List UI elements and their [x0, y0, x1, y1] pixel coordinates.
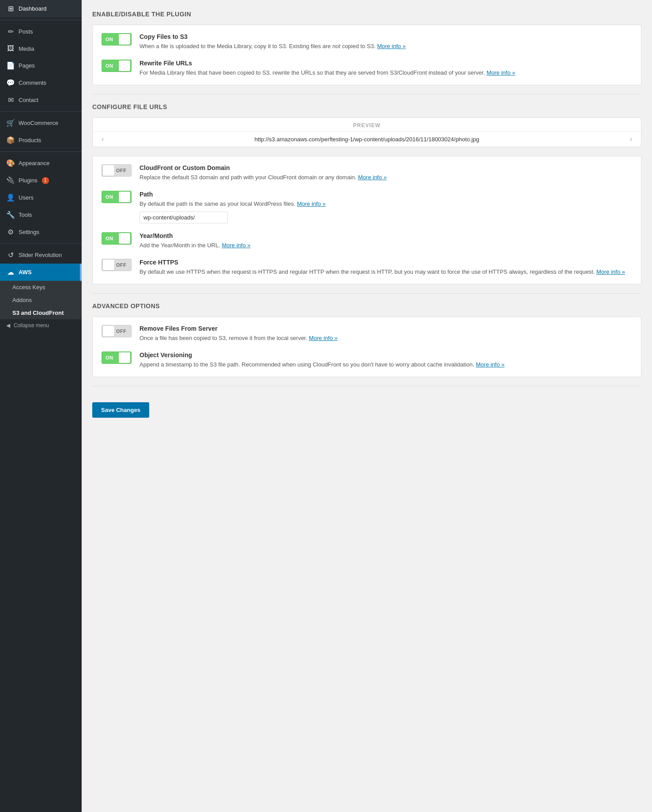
appearance-icon: 🎨	[6, 159, 15, 167]
plugins-badge: 1	[42, 177, 49, 184]
sidebar-item-aws[interactable]: ☁ AWS	[0, 264, 82, 281]
cloudfront-custom-domain-row: OFF CloudFront or Custom Domain Replace …	[102, 164, 632, 182]
preview-left-arrow[interactable]: ‹	[99, 135, 106, 143]
copy-files-s3-toggle-label: ON	[102, 37, 116, 42]
path-toggle-label: ON	[102, 194, 116, 200]
rewrite-file-urls-row: ON Rewrite File URLs For Media Library f…	[102, 60, 632, 77]
object-versioning-toggle[interactable]: ON	[102, 351, 132, 364]
remove-files-server-toggle[interactable]: OFF	[102, 325, 132, 337]
sidebar-item-label: Posts	[19, 28, 33, 35]
pages-icon: 📄	[6, 61, 15, 70]
enable-disable-section-title: ENABLE/DISABLE THE PLUGIN	[92, 11, 641, 18]
path-title: Path	[139, 191, 326, 198]
sidebar-item-pages[interactable]: 📄 Pages	[0, 57, 82, 74]
configure-options-card: OFF CloudFront or Custom Domain Replace …	[92, 156, 641, 284]
posts-icon: ✏	[6, 27, 15, 36]
s3-cloudfront-label: S3 and CloudFront	[12, 310, 64, 316]
preview-url: http://s3.amazonaws.com/perftesting-1/wp…	[106, 136, 627, 143]
force-https-knob	[103, 260, 114, 270]
path-knob	[119, 192, 130, 202]
sidebar-item-users[interactable]: 👤 Users	[0, 189, 82, 206]
enable-disable-card: ON Copy Files to S3 When a file is uploa…	[92, 25, 641, 85]
object-versioning-info: Object Versioning Append a timestamp to …	[139, 351, 505, 369]
advanced-options-card: OFF Remove Files From Server Once a file…	[92, 317, 641, 377]
sidebar-item-plugins[interactable]: 🔌 Plugins 1	[0, 172, 82, 189]
users-icon: 👤	[6, 193, 15, 202]
sidebar-item-posts[interactable]: ✏ Posts	[0, 23, 82, 40]
path-toggle[interactable]: ON	[102, 191, 132, 203]
sidebar-item-addons[interactable]: Addons	[0, 294, 82, 306]
comments-icon: 💬	[6, 79, 15, 87]
year-month-desc: Add the Year/Month in the URL. More info…	[139, 241, 251, 250]
sidebar-item-s3-cloudfront[interactable]: S3 and CloudFront	[0, 306, 82, 319]
remove-files-server-desc: Once a file has been copied to S3, remov…	[139, 334, 338, 343]
force-https-row: OFF Force HTTPS By default we use HTTPS …	[102, 259, 632, 276]
aws-icon: ☁	[6, 268, 15, 276]
preview-right-arrow[interactable]: ›	[627, 135, 635, 143]
sidebar-item-products[interactable]: 📦 Products	[0, 132, 82, 149]
collapse-label: Collapse menu	[14, 322, 49, 329]
remove-files-server-row: OFF Remove Files From Server Once a file…	[102, 325, 632, 343]
remove-files-link[interactable]: More info »	[309, 335, 338, 341]
copy-files-s3-link[interactable]: More info »	[377, 43, 406, 49]
year-month-row: ON Year/Month Add the Year/Month in the …	[102, 232, 632, 250]
sidebar-item-contact[interactable]: ✉ Contact	[0, 91, 82, 109]
slider-revolution-icon: ↺	[6, 251, 15, 259]
force-https-toggle[interactable]: OFF	[102, 259, 132, 271]
path-input[interactable]	[139, 211, 228, 223]
access-keys-label: Access Keys	[12, 284, 45, 291]
rewrite-file-urls-toggle[interactable]: ON	[102, 60, 132, 72]
copy-files-s3-row: ON Copy Files to S3 When a file is uploa…	[102, 33, 632, 51]
woocommerce-icon: 🛒	[6, 119, 15, 127]
sidebar-item-access-keys[interactable]: Access Keys	[0, 281, 82, 294]
settings-icon: ⚙	[6, 228, 15, 236]
preview-scroll-area[interactable]: ‹ http://s3.amazonaws.com/perftesting-1/…	[93, 132, 641, 147]
rewrite-file-urls-toggle-label: ON	[102, 63, 116, 68]
aws-submenu: Access Keys Addons S3 and CloudFront	[0, 281, 82, 319]
sidebar-item-label: Dashboard	[19, 5, 47, 12]
sidebar-item-label: WooCommerce	[19, 120, 58, 126]
year-month-toggle[interactable]: ON	[102, 232, 132, 245]
sidebar-item-dashboard[interactable]: ⊞ Dashboard	[0, 0, 82, 17]
sidebar-item-tools[interactable]: 🔧 Tools	[0, 206, 82, 223]
sidebar-item-label: Comments	[19, 79, 46, 86]
remove-files-server-title: Remove Files From Server	[139, 325, 338, 332]
sidebar-item-slider-revolution[interactable]: ↺ Slider Revolution	[0, 246, 82, 264]
save-changes-button[interactable]: Save Changes	[92, 402, 149, 418]
copy-files-s3-desc: When a file is uploaded to the Media Lib…	[139, 42, 406, 51]
sidebar-item-label: AWS	[19, 269, 32, 276]
rewrite-file-urls-info: Rewrite File URLs For Media Library file…	[139, 60, 515, 77]
copy-files-s3-toggle[interactable]: ON	[102, 33, 132, 45]
plugins-icon: 🔌	[6, 176, 15, 185]
sidebar-item-comments[interactable]: 💬 Comments	[0, 74, 82, 91]
sidebar-item-label: Pages	[19, 62, 35, 69]
media-icon: 🖼	[6, 45, 15, 53]
rewrite-file-urls-link[interactable]: More info »	[486, 69, 515, 76]
cloudfront-link[interactable]: More info »	[358, 174, 387, 181]
rewrite-file-urls-knob	[119, 60, 130, 71]
rewrite-file-urls-title: Rewrite File URLs	[139, 60, 515, 67]
sidebar-item-label: Media	[19, 45, 34, 52]
cloudfront-custom-domain-toggle[interactable]: OFF	[102, 164, 132, 177]
remove-files-server-info: Remove Files From Server Once a file has…	[139, 325, 338, 343]
force-https-desc: By default we use HTTPS when the request…	[139, 268, 625, 276]
sidebar-item-settings[interactable]: ⚙ Settings	[0, 223, 82, 241]
collapse-menu-button[interactable]: ◀ Collapse menu	[0, 319, 82, 332]
object-versioning-link[interactable]: More info »	[476, 361, 505, 368]
sidebar-item-woocommerce[interactable]: 🛒 WooCommerce	[0, 114, 82, 132]
object-versioning-toggle-label: ON	[102, 355, 116, 360]
copy-files-s3-info: Copy Files to S3 When a file is uploaded…	[139, 33, 406, 51]
remove-files-knob	[103, 326, 114, 336]
sidebar-item-appearance[interactable]: 🎨 Appearance	[0, 155, 82, 172]
products-icon: 📦	[6, 136, 15, 144]
year-month-link[interactable]: More info »	[222, 242, 250, 249]
force-https-link[interactable]: More info »	[596, 268, 625, 275]
rewrite-file-urls-desc: For Media Library files that have been c…	[139, 68, 515, 77]
sidebar-item-media[interactable]: 🖼 Media	[0, 40, 82, 57]
path-link[interactable]: More info »	[297, 200, 326, 207]
year-month-toggle-label: ON	[102, 236, 116, 241]
year-month-title: Year/Month	[139, 232, 251, 239]
contact-icon: ✉	[6, 96, 15, 104]
cloudfront-custom-domain-info: CloudFront or Custom Domain Replace the …	[139, 164, 387, 182]
sidebar-item-label: Products	[19, 137, 41, 144]
